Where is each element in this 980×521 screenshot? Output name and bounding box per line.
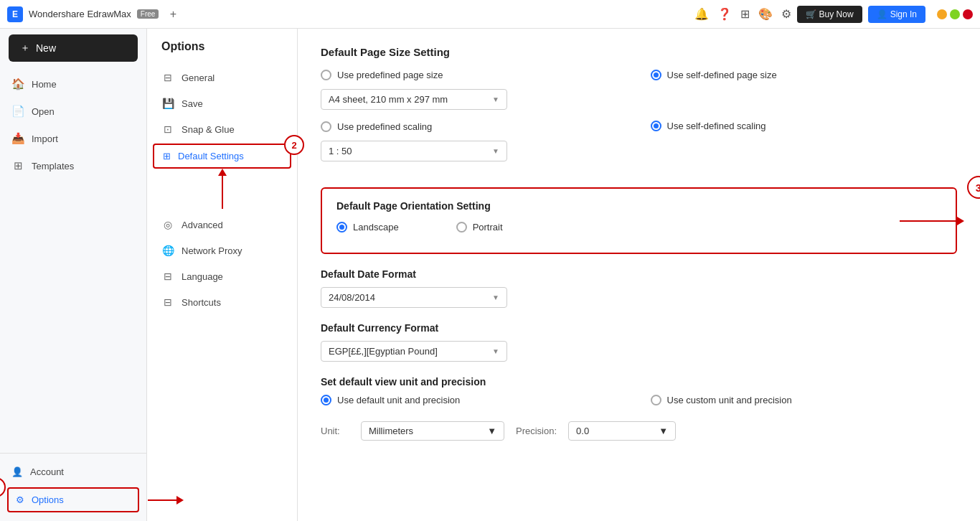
- precision-select[interactable]: 0.0 ▼: [568, 421, 676, 441]
- snap-glue-icon: ⊡: [161, 123, 174, 135]
- date-format-section: Default Date Format 24/08/2014 ▼: [321, 268, 957, 308]
- default-settings-icon: ⊞: [163, 151, 171, 161]
- page-size-dropdown-row: A4 sheet, 210 mm x 297 mm ▼: [321, 89, 628, 110]
- cart-icon: 🛒: [806, 9, 816, 19]
- open-icon: 📄: [11, 105, 24, 118]
- radio-custom-unit-input[interactable]: [651, 395, 661, 405]
- minimize-button[interactable]: [937, 9, 947, 19]
- arrow-1: [148, 496, 184, 504]
- account-icon: 👤: [11, 466, 23, 477]
- sidebar-bottom: 👤 Account ⚙ Options 1: [0, 453, 146, 521]
- unit-select-arrow-icon: ▼: [487, 426, 496, 436]
- orientation-section-wrapper: Default Page Orientation Setting Landsca…: [321, 187, 957, 254]
- radio-default-unit-input[interactable]: [321, 395, 331, 405]
- view-unit-title: Set default view unit and precision: [321, 376, 957, 388]
- titlebar-right: 🔔 ❓ ⊞ 🎨 ⚙ 🛒 Buy Now 👤 Sign In: [694, 6, 973, 23]
- options-gear-icon: ⚙: [16, 494, 24, 505]
- new-button[interactable]: ＋ New: [9, 34, 138, 62]
- options-menu-advanced[interactable]: ◎ Advanced: [147, 212, 297, 238]
- view-unit-options: Use default unit and precision Use custo…: [321, 395, 957, 414]
- scaling-arrow-icon: ▼: [492, 147, 499, 155]
- maximize-button[interactable]: [950, 9, 960, 19]
- sidebar-item-account[interactable]: 👤 Account: [0, 459, 146, 484]
- date-format-select[interactable]: 24/08/2014 ▼: [321, 287, 507, 308]
- page-size-title: Default Page Size Setting: [321, 46, 957, 58]
- user-icon: 👤: [877, 9, 887, 19]
- view-unit-section: Set default view unit and precision Use …: [321, 376, 957, 441]
- unit-label: Unit:: [321, 426, 349, 436]
- sidebar-item-home[interactable]: 🏠 Home: [0, 70, 146, 98]
- options-menu-shortcuts[interactable]: ⊟ Shortcuts: [147, 289, 297, 315]
- app-logo: E: [7, 6, 23, 22]
- page-size-right: Use self-defined page size Use self-defi…: [651, 70, 958, 140]
- badge-2: 2: [284, 135, 304, 155]
- tab-add-button[interactable]: +: [164, 6, 182, 23]
- date-format-arrow-icon: ▼: [492, 294, 499, 301]
- date-format-title: Default Date Format: [321, 268, 957, 280]
- close-button[interactable]: [963, 9, 973, 19]
- content-area: Default Page Size Setting Use predefined…: [298, 29, 980, 521]
- import-icon: 📥: [11, 132, 24, 145]
- sign-in-button[interactable]: 👤 Sign In: [868, 6, 925, 23]
- page-size-options: Use predefined page size A4 sheet, 210 m…: [321, 70, 957, 173]
- main-layout: ＋ New 🏠 Home 📄 Open 📥 Import ⊞ Templates: [0, 29, 980, 521]
- radio-landscape: Landscape: [336, 222, 399, 233]
- options-menu-network-proxy[interactable]: 🌐 Network Proxy: [147, 238, 297, 263]
- radio-self-defined-size: Use self-defined page size: [651, 70, 958, 80]
- titlebar-icons: 🔔 ❓ ⊞ 🎨 ⚙: [694, 7, 791, 21]
- options-panel-title: Options: [147, 40, 297, 65]
- help-icon[interactable]: ❓: [717, 7, 732, 21]
- options-menu-snap-glue[interactable]: ⊡ Snap & Glue: [147, 116, 297, 142]
- options-menu-save[interactable]: 💾 Save: [147, 90, 297, 116]
- currency-format-arrow-icon: ▼: [492, 347, 499, 355]
- shortcuts-icon: ⊟: [161, 296, 174, 308]
- network-proxy-icon: 🌐: [161, 245, 174, 256]
- orientation-title: Default Page Orientation Setting: [336, 200, 941, 212]
- options-menu-default-settings[interactable]: ⊞ Default Settings 2: [153, 144, 291, 169]
- page-size-left: Use predefined page size A4 sheet, 210 m…: [321, 70, 628, 173]
- save-menu-icon: 💾: [161, 98, 174, 109]
- sidebar-item-import[interactable]: 📥 Import: [0, 125, 146, 152]
- orientation-section: Default Page Orientation Setting Landsca…: [321, 187, 957, 254]
- page-size-select[interactable]: A4 sheet, 210 mm x 297 mm ▼: [321, 89, 507, 110]
- radio-self-defined-size-input[interactable]: [651, 70, 661, 80]
- radio-portrait: Portrait: [456, 222, 503, 233]
- settings-icon[interactable]: ⚙: [781, 7, 791, 21]
- app-name: Wondershare EdrawMax: [29, 9, 131, 19]
- sidebar-item-templates[interactable]: ⊞ Templates: [0, 152, 146, 179]
- scaling-dropdown-row: 1 : 50 ▼: [321, 141, 628, 161]
- templates-icon: ⊞: [11, 159, 24, 172]
- radio-self-defined-scaling: Use self-defined scaling: [651, 121, 958, 131]
- radio-predefined-scaling-input[interactable]: [321, 121, 331, 132]
- unit-select[interactable]: Millimeters ▼: [361, 421, 504, 441]
- radio-landscape-input[interactable]: [336, 222, 347, 233]
- general-icon: ⊟: [161, 72, 174, 83]
- radio-predefined-size: Use predefined page size: [321, 70, 628, 80]
- buy-now-button[interactable]: 🛒 Buy Now: [797, 6, 862, 23]
- theme-icon[interactable]: 🎨: [758, 7, 773, 21]
- radio-predefined-size-input[interactable]: [321, 70, 331, 80]
- precision-label: Precision:: [516, 426, 557, 436]
- notification-icon[interactable]: 🔔: [694, 7, 709, 21]
- free-badge: Free: [137, 9, 159, 19]
- page-size-section: Default Page Size Setting Use predefined…: [321, 46, 957, 173]
- sidebar-item-options[interactable]: ⚙ Options: [7, 487, 139, 512]
- window-controls: [937, 9, 973, 19]
- sidebar-item-open[interactable]: 📄 Open: [0, 98, 146, 125]
- view-unit-right: Use custom unit and precision: [651, 395, 958, 414]
- radio-portrait-input[interactable]: [456, 222, 467, 233]
- radio-default-unit: Use default unit and precision: [321, 395, 628, 405]
- radio-self-defined-scaling-input[interactable]: [651, 121, 661, 131]
- options-menu-general[interactable]: ⊟ General: [147, 65, 297, 90]
- language-icon: ⊟: [161, 271, 174, 282]
- currency-format-select[interactable]: EGP[££,][Egyptian Pound] ▼: [321, 341, 507, 362]
- unit-precision-row: Unit: Millimeters ▼ Precision: 0.0 ▼: [321, 421, 957, 441]
- share-icon[interactable]: ⊞: [740, 7, 750, 21]
- titlebar-left: E Wondershare EdrawMax Free +: [7, 6, 182, 23]
- scaling-select[interactable]: 1 : 50 ▼: [321, 141, 507, 161]
- precision-select-arrow-icon: ▼: [659, 426, 668, 436]
- options-menu-language[interactable]: ⊟ Language: [147, 263, 297, 289]
- currency-format-title: Default Currency Format: [321, 322, 957, 334]
- sidebar-items: 🏠 Home 📄 Open 📥 Import ⊞ Templates: [0, 70, 146, 453]
- arrow-3: [900, 217, 964, 225]
